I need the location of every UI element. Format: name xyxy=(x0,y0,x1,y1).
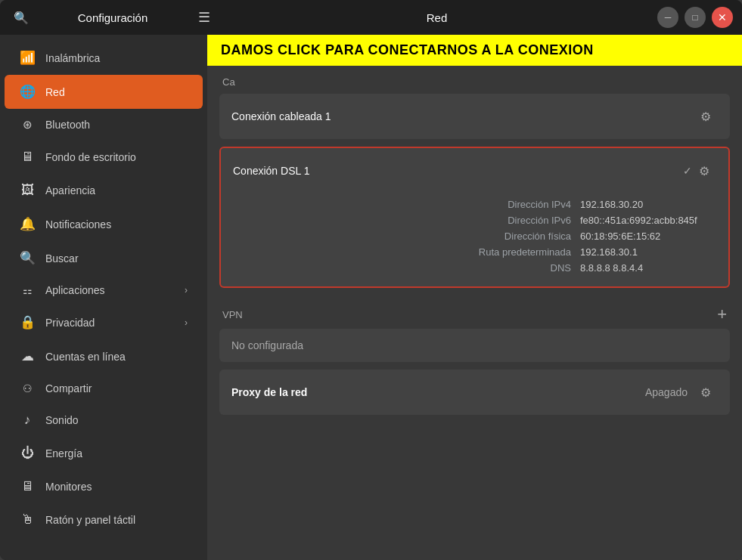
vpn-label: VPN xyxy=(222,309,717,320)
vpn-header: VPN + xyxy=(207,295,742,329)
sidebar-item-label: Energía xyxy=(45,447,82,459)
ipv4-label: Dirección IPv4 xyxy=(508,199,571,210)
dns-label: DNS xyxy=(551,262,571,274)
sidebar-item-label: Notificaciones xyxy=(45,218,111,230)
sidebar-item-bluetooth[interactable]: ⊛ Bluetooth xyxy=(5,109,203,141)
power-icon: ⏻ xyxy=(20,446,35,461)
gear-icon: ⚙ xyxy=(699,164,709,178)
titlebar-left: 🔍 Configuración ☰ xyxy=(9,5,216,29)
mac-label: Dirección física xyxy=(504,230,571,242)
mac-value: 60:18:95:6E:15:62 xyxy=(580,230,716,242)
sidebar-item-label: Fondo de escritorio xyxy=(45,151,136,163)
cloud-icon: ☁ xyxy=(20,348,35,364)
wifi-icon: 📶 xyxy=(20,50,35,66)
titlebar-center: Red xyxy=(216,11,657,24)
close-button[interactable]: ✕ xyxy=(712,7,733,28)
sidebar-item-label: Bluetooth xyxy=(45,119,90,131)
sidebar-item-aplicaciones[interactable]: ⚏ Aplicaciones › xyxy=(5,275,203,305)
dsl-connection-row: Conexión DSL 1 ✓ ⚙ xyxy=(221,148,728,193)
search-icon: 🔍 xyxy=(14,11,29,25)
titlebar-controls: ─ □ ✕ xyxy=(657,7,733,28)
menu-button[interactable]: ☰ xyxy=(192,5,216,29)
proxy-gear-button[interactable]: ⚙ xyxy=(694,380,718,404)
mac-row: Dirección física 60:18:95:6E:15:62 xyxy=(233,228,716,244)
connection-checkmark: ✓ xyxy=(683,165,692,177)
sidebar-item-privacidad[interactable]: 🔒 Privacidad › xyxy=(5,305,203,339)
bell-icon: 🔔 xyxy=(20,216,35,232)
dsl-connection-item[interactable]: Conexión DSL 1 ✓ ⚙ Dirección IPv4 192.16… xyxy=(219,147,730,288)
wired-connection-item[interactable]: Conexión cableada 1 ⚙ xyxy=(219,94,730,139)
sidebar-item-label: Monitores xyxy=(45,481,92,493)
dns-value: 8.8.8.8 8.8.4.4 xyxy=(580,262,716,274)
sidebar-item-label: Ratón y panel táctil xyxy=(45,514,135,526)
window-title: Red xyxy=(427,11,448,24)
sidebar-item-label: Cuentas en línea xyxy=(45,351,126,363)
sidebar-item-energia[interactable]: ⏻ Energía xyxy=(5,437,203,470)
gateway-row: Ruta predeterminada 192.168.30.1 xyxy=(233,244,716,260)
titlebar: 🔍 Configuración ☰ Red ─ □ ✕ xyxy=(0,0,742,35)
wired-gear-button[interactable]: ⚙ xyxy=(694,104,718,128)
chevron-right-icon: › xyxy=(185,317,188,328)
apps-icon: ⚏ xyxy=(20,284,35,296)
sound-icon: ♪ xyxy=(20,413,35,428)
ipv4-value: 192.168.30.20 xyxy=(580,199,716,210)
proxy-status: Apagado xyxy=(645,386,688,398)
sidebar-item-raton[interactable]: 🖱 Ratón y panel táctil xyxy=(5,503,203,537)
bluetooth-icon: ⊛ xyxy=(20,118,35,131)
sidebar-item-inalambrica[interactable]: 📶 Inalámbrica xyxy=(5,41,203,75)
dns-row: DNS 8.8.8.8 8.8.4.4 xyxy=(233,260,716,276)
section-cable-label: Ca xyxy=(207,66,742,94)
desktop-icon: 🖥 xyxy=(20,150,35,165)
sidebar-item-label: Inalámbrica xyxy=(45,52,100,64)
gateway-value: 192.168.30.1 xyxy=(580,246,716,258)
vpn-item: No configurada xyxy=(219,329,730,362)
sidebar-item-label: Red xyxy=(45,86,65,98)
content-area: DAMOS CLICK PARA CONECTARNOS A LA CONEXI… xyxy=(207,35,742,560)
dsl-connection-details: Dirección IPv4 192.168.30.20 Dirección I… xyxy=(221,193,728,286)
sidebar-item-apariencia[interactable]: 🖼 Apariencia xyxy=(5,174,203,207)
vpn-add-button[interactable]: + xyxy=(717,306,727,323)
chevron-right-icon: › xyxy=(185,285,188,295)
search-nav-icon: 🔍 xyxy=(20,250,35,266)
sidebar-item-red[interactable]: 🌐 Red xyxy=(5,75,203,109)
main-layout: 📶 Inalámbrica 🌐 Red ⊛ Bluetooth 🖥 Fondo … xyxy=(0,35,742,560)
mouse-icon: 🖱 xyxy=(20,512,35,528)
sidebar-item-label: Aplicaciones xyxy=(45,284,105,296)
maximize-button[interactable]: □ xyxy=(685,7,706,28)
hamburger-icon: ☰ xyxy=(198,9,210,26)
network-icon: 🌐 xyxy=(20,84,35,100)
appearance-icon: 🖼 xyxy=(20,183,35,198)
sidebar-item-sonido[interactable]: ♪ Sonido xyxy=(5,404,203,437)
wired-connection-row: Conexión cableada 1 ⚙ xyxy=(219,94,730,139)
ipv6-row: Dirección IPv6 fe80::451a:6992:acbb:845f xyxy=(233,212,716,228)
monitor-icon: 🖥 xyxy=(20,479,35,494)
sidebar-item-cuentas[interactable]: ☁ Cuentas en línea xyxy=(5,339,203,373)
gateway-label: Ruta predeterminada xyxy=(479,246,571,258)
sidebar-item-label: Privacidad xyxy=(45,317,95,329)
proxy-name: Proxy de la red xyxy=(231,386,645,398)
sidebar-item-notificaciones[interactable]: 🔔 Notificaciones xyxy=(5,207,203,241)
gear-icon: ⚙ xyxy=(700,385,711,400)
minimize-button[interactable]: ─ xyxy=(657,7,678,28)
ipv6-label: Dirección IPv6 xyxy=(508,215,571,226)
ipv6-value: fe80::451a:6992:acbb:845f xyxy=(580,215,716,226)
proxy-row: Proxy de la red Apagado ⚙ xyxy=(219,370,730,415)
sidebar: 📶 Inalámbrica 🌐 Red ⊛ Bluetooth 🖥 Fondo … xyxy=(0,35,207,560)
sidebar-item-monitores[interactable]: 🖥 Monitores xyxy=(5,470,203,503)
share-icon: ⚇ xyxy=(20,382,35,394)
sidebar-item-label: Apariencia xyxy=(45,184,95,196)
annotation-banner: DAMOS CLICK PARA CONECTARNOS A LA CONEXI… xyxy=(207,35,742,66)
gear-icon: ⚙ xyxy=(700,110,711,124)
dsl-gear-button[interactable]: ⚙ xyxy=(692,159,716,183)
vpn-status-text: No configurada xyxy=(231,339,303,351)
sidebar-item-label: Compartir xyxy=(45,382,92,394)
sidebar-item-compartir[interactable]: ⚇ Compartir xyxy=(5,373,203,404)
search-button[interactable]: 🔍 xyxy=(9,5,33,29)
sidebar-item-buscar[interactable]: 🔍 Buscar xyxy=(5,241,203,275)
wired-connection-name: Conexión cableada 1 xyxy=(231,110,694,122)
proxy-item: Proxy de la red Apagado ⚙ xyxy=(219,370,730,415)
sidebar-item-label: Buscar xyxy=(45,252,79,265)
lock-icon: 🔒 xyxy=(20,314,35,330)
sidebar-item-fondo[interactable]: 🖥 Fondo de escritorio xyxy=(5,141,203,174)
app-title: Configuración xyxy=(39,11,186,24)
